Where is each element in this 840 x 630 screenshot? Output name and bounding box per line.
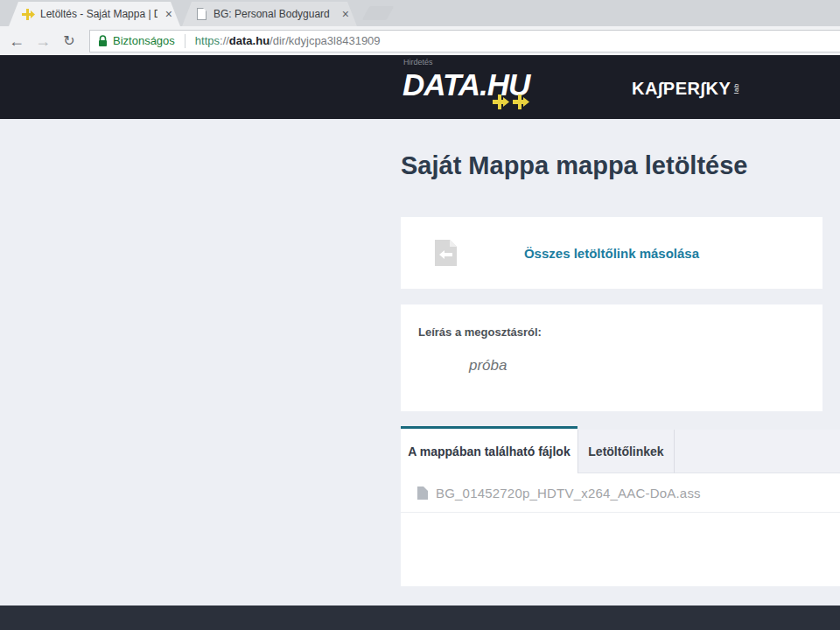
file-row[interactable]: BG_01452720p_HDTV_x264_AAC-DoA.ass [401, 473, 840, 513]
copy-all-links-link[interactable]: Összes letöltőlink másolása [524, 246, 699, 261]
datahu-logo-arrows-icon [493, 94, 529, 110]
browser-tab-bodyguard[interactable]: BG: Personal Bodyguard × [182, 2, 357, 26]
description-label: Leírás a megosztásról: [418, 326, 542, 339]
tab-strip: Letöltés - Saját Mappa | D × BG: Persona… [0, 0, 840, 26]
kaspersky-logo[interactable]: KA∫PER∫KY lab [632, 79, 740, 99]
description-value: próba [469, 357, 507, 374]
main-content: Saját Mappa mappa letöltése Összes letöl… [401, 120, 840, 606]
back-button[interactable]: ← [4, 28, 30, 54]
tab-folder-files[interactable]: A mappában található fájlok [401, 426, 578, 473]
close-icon[interactable]: × [163, 7, 175, 21]
file-tabs: A mappában található fájlok Letöltőlinke… [401, 426, 840, 473]
tab-title: Letöltés - Saját Mappa | D [40, 8, 158, 20]
kaspersky-lab-mark: lab [732, 83, 740, 94]
url-text: https://data.hu/dir/kdyjcpa3l8431909 [195, 34, 381, 47]
files-panel: BG_01452720p_HDTV_x264_AAC-DoA.ass [401, 473, 840, 586]
site-header-banner: Hirdetés DATA.HU KA∫PER∫KY lab [0, 55, 840, 119]
url-host: data.hu [229, 34, 270, 47]
reload-button[interactable]: ↻ [56, 28, 82, 54]
copy-document-icon [435, 240, 457, 266]
datahu-favicon-icon [21, 7, 35, 21]
page-favicon-icon [194, 7, 208, 21]
browser-tab-datahu[interactable]: Letöltés - Saját Mappa | D × [9, 2, 180, 26]
new-tab-button[interactable] [362, 6, 395, 20]
file-icon [417, 486, 428, 500]
tab-strip-filler [675, 430, 840, 473]
tab-title: BG: Personal Bodyguard [214, 8, 334, 20]
page-title: Saját Mappa mappa letöltése [401, 151, 747, 180]
copy-links-card: Összes letöltőlink másolása [401, 217, 822, 289]
description-card: Leírás a megosztásról: próba [401, 304, 822, 411]
close-icon[interactable]: × [340, 7, 352, 21]
kaspersky-wordmark: KA∫PER∫KY [632, 79, 731, 99]
address-bar[interactable]: Biztonságos https://data.hu/dir/kdyjcpa3… [89, 30, 840, 52]
lock-icon [98, 35, 108, 47]
ad-label: Hirdetés [403, 58, 433, 66]
omnibox-divider [185, 34, 186, 48]
forward-button: → [30, 28, 56, 54]
url-scheme: https [195, 34, 220, 47]
url-separator: :// [220, 34, 229, 47]
browser-chrome: Letöltés - Saját Mappa | D × BG: Persona… [0, 0, 840, 55]
page-footer [0, 606, 840, 630]
tab-download-links[interactable]: Letöltőlinkek [578, 430, 675, 473]
file-name: BG_01452720p_HDTV_x264_AAC-DoA.ass [436, 486, 701, 500]
url-path: /dir/kdyjcpa3l8431909 [270, 34, 380, 47]
browser-toolbar: ← → ↻ Biztonságos https://data.hu/dir/kd… [0, 26, 840, 55]
security-badge: Biztonságos [113, 34, 175, 47]
